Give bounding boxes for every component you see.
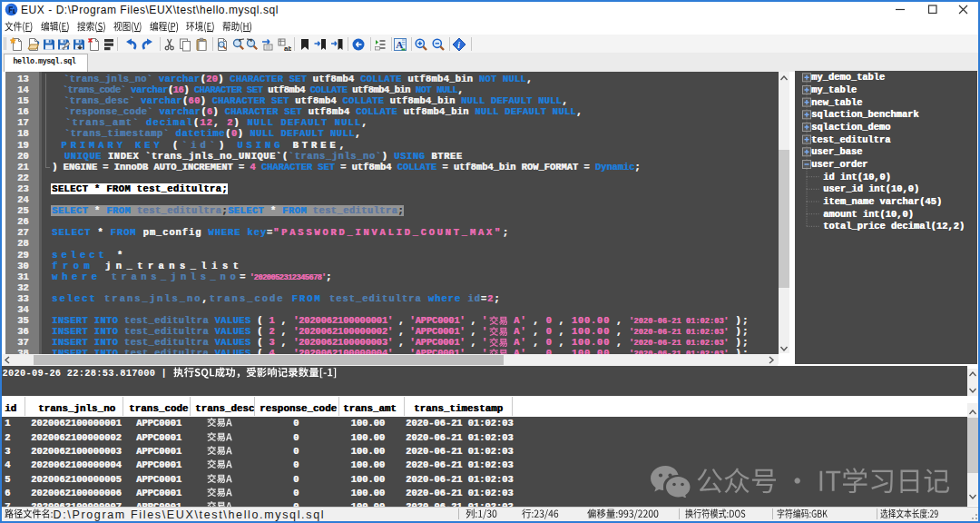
- svg-text:ab: ab: [284, 44, 291, 52]
- svg-text:i: i: [457, 40, 460, 49]
